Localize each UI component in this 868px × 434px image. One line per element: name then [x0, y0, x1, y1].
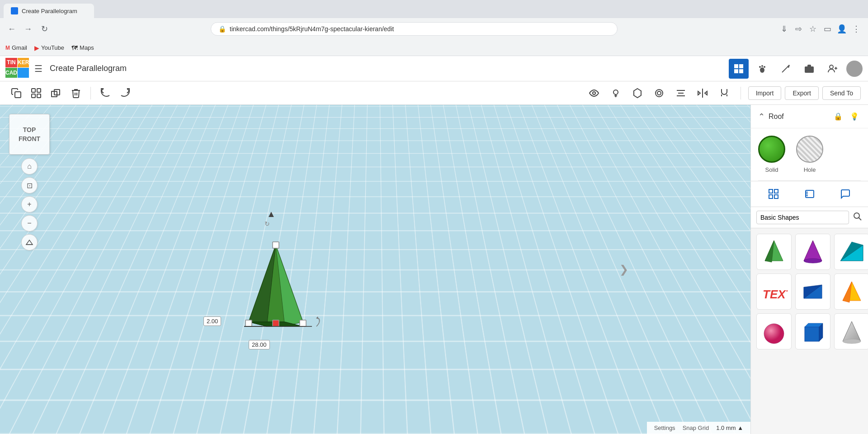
magnet-button[interactable] — [715, 84, 733, 102]
settings-label[interactable]: Settings — [654, 425, 675, 431]
home-view-button[interactable]: ⌂ — [21, 158, 38, 175]
shape-item-grey-cone[interactable] — [834, 313, 868, 349]
pickaxe-button[interactable] — [776, 59, 796, 79]
svg-point-29 — [656, 90, 663, 97]
grid-view-button[interactable] — [729, 59, 749, 79]
rotate-arrow-top[interactable]: ▲ — [267, 209, 276, 219]
tablet-button[interactable]: ▭ — [821, 23, 834, 35]
view-cube[interactable]: TOP FRONT — [9, 114, 50, 155]
hexagon-icon — [632, 88, 643, 99]
comment-view-toggle[interactable] — [828, 185, 863, 203]
refresh-button[interactable]: ↻ — [38, 23, 51, 35]
view-eye-button[interactable] — [585, 84, 603, 102]
shapes-grid: TEXT — [751, 228, 868, 355]
blue-box-svg — [799, 318, 826, 345]
user-avatar[interactable] — [846, 61, 863, 77]
svg-marker-77 — [843, 321, 861, 341]
browser-tabs: Create Parallelogram — [0, 0, 868, 18]
shape-item-pink-sphere[interactable] — [756, 313, 792, 349]
delete-icon — [71, 88, 81, 99]
svg-marker-63 — [804, 241, 822, 261]
align-button[interactable] — [672, 84, 690, 102]
lock-icon-btn[interactable]: 🔒 — [832, 110, 844, 123]
shape-item-blue-box[interactable] — [795, 313, 830, 349]
light-button[interactable] — [607, 84, 625, 102]
perspective-button[interactable] — [21, 234, 38, 250]
import-button[interactable]: Import — [748, 86, 782, 100]
zoom-in-button[interactable]: + — [21, 196, 38, 212]
svg-rect-53 — [769, 195, 773, 198]
svg-point-73 — [764, 324, 784, 344]
bookmark-maps[interactable]: 🗺 Maps — [71, 44, 94, 52]
export-button[interactable]: Export — [785, 86, 818, 100]
send-to-button[interactable]: Send To — [822, 86, 861, 100]
forward-button[interactable]: → — [22, 23, 34, 35]
back-button[interactable]: ← — [5, 23, 18, 35]
tab-favicon — [11, 7, 18, 14]
shape-item-teal-wedge[interactable] — [834, 234, 868, 270]
canvas-area[interactable]: TOP FRONT ⌂ ⊡ + − — [0, 105, 750, 434]
search-icon — [853, 212, 863, 222]
group-button[interactable] — [27, 84, 45, 102]
view-cube-front: FRONT — [19, 135, 40, 142]
canvas-nav-arrow[interactable]: ❯ — [619, 263, 628, 276]
svg-point-6 — [764, 66, 765, 68]
copy-button[interactable] — [7, 84, 25, 102]
svg-rect-51 — [769, 189, 773, 193]
separator-2 — [741, 87, 741, 99]
shape-item-purple-cone[interactable] — [795, 234, 830, 270]
delete-button[interactable] — [67, 84, 85, 102]
rotate-handle-circle[interactable]: ↻ — [264, 220, 270, 227]
svg-point-5 — [761, 65, 763, 67]
shape-outline-button[interactable] — [628, 84, 646, 102]
paw-button[interactable] — [752, 59, 772, 79]
hamburger-menu[interactable]: ☰ — [33, 61, 44, 76]
library-dropdown[interactable]: Basic Shapes Featured Shape Generators T… — [756, 211, 849, 224]
multidup-icon — [51, 88, 61, 99]
shape-item-green-pyramid[interactable] — [756, 234, 792, 270]
tinkercad-logo: TIN KER CAD — [5, 58, 27, 80]
light-icon-btn[interactable]: 💡 — [848, 110, 861, 123]
svg-marker-28 — [634, 89, 641, 98]
shape-item-blue-wedge[interactable] — [795, 274, 830, 310]
svg-rect-44 — [273, 242, 279, 248]
undo-button[interactable] — [96, 84, 114, 102]
mirror-button[interactable] — [693, 84, 712, 102]
collapse-panel-button[interactable]: ⌃ — [758, 112, 765, 122]
redo-button[interactable] — [116, 84, 134, 102]
profile-button[interactable]: 👤 — [835, 23, 848, 35]
gmail-label: Gmail — [12, 44, 27, 51]
shape-item-yellow-pyramid[interactable] — [834, 274, 868, 310]
search-button[interactable] — [853, 212, 863, 224]
svg-rect-20 — [37, 94, 41, 98]
briefcase-button[interactable] — [799, 59, 819, 79]
maps-label: Maps — [80, 44, 94, 51]
grid-view-toggle[interactable] — [756, 185, 791, 203]
star-button[interactable]: ☆ — [807, 23, 819, 35]
circle-outline-button[interactable] — [650, 84, 668, 102]
browser-chrome: Create Parallelogram ← → ↻ 🔒 tinkercad.c… — [0, 0, 868, 56]
ruler-view-toggle[interactable] — [793, 185, 827, 203]
solid-option[interactable]: Solid — [758, 136, 785, 173]
bookmark-gmail[interactable]: M Gmail — [5, 44, 27, 51]
grid-view-icon — [768, 189, 779, 199]
main-content: TOP FRONT ⌂ ⊡ + − — [0, 105, 868, 434]
hole-option[interactable]: Hole — [796, 136, 823, 173]
zoom-out-button[interactable]: − — [21, 215, 38, 231]
menu-button[interactable]: ⋮ — [850, 23, 863, 35]
fit-view-button[interactable]: ⊡ — [21, 177, 38, 193]
width-measurement: 2.00 — [203, 316, 221, 326]
multidup-button[interactable] — [47, 84, 65, 102]
address-bar[interactable]: 🔒 tinkercad.com/things/5kRjruN4m7g-spect… — [211, 22, 618, 36]
shape-item-text[interactable]: TEXT — [756, 274, 792, 310]
share-button[interactable]: ⇨ — [792, 23, 805, 35]
snap-grid-label: Snap Grid — [683, 425, 709, 431]
svg-rect-16 — [15, 92, 21, 98]
download-button[interactable]: ⇓ — [778, 23, 790, 35]
shape-container: 2.00 28.00 — [212, 231, 339, 378]
active-tab[interactable]: Create Parallelogram — [4, 4, 94, 18]
snap-grid-value[interactable]: 1.0 mm ▲ — [716, 425, 743, 431]
svg-rect-17 — [32, 89, 35, 92]
add-user-button[interactable] — [823, 59, 843, 79]
bookmark-youtube[interactable]: ▶ YouTube — [34, 44, 64, 52]
